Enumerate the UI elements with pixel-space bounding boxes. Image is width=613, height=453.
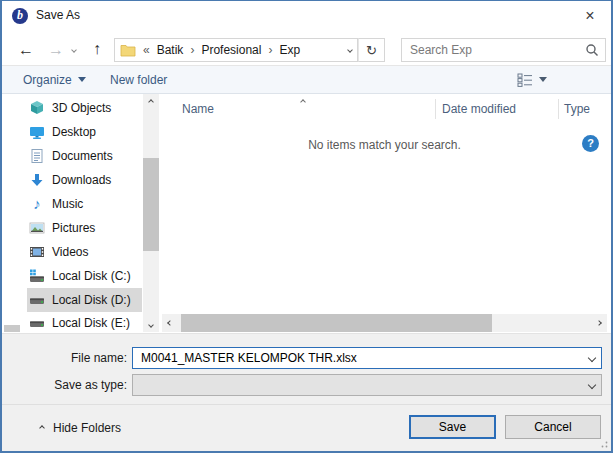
save-as-type-label: Save as type: [2, 374, 127, 396]
breadcrumb-overflow[interactable]: « [141, 43, 152, 57]
file-name-input[interactable] [139, 350, 589, 366]
column-header-type[interactable]: Type [564, 94, 590, 124]
close-button[interactable]: × [569, 1, 611, 30]
desktop-icon [29, 124, 45, 140]
hide-folders-button[interactable]: Hide Folders [40, 418, 121, 438]
dialog-title: Save As [36, 1, 80, 30]
back-button[interactable]: ← [14, 40, 38, 60]
file-name-label: File name: [2, 347, 127, 369]
address-dropdown-chevron-icon[interactable] [348, 48, 352, 52]
breadcrumb-separator: › [266, 43, 274, 57]
save-as-type-dropdown-icon[interactable] [589, 382, 595, 388]
sidebar-item-local-disk-e[interactable]: Local Disk (E:) [27, 311, 142, 335]
sidebar-item-videos[interactable]: Videos [27, 240, 142, 264]
organize-label: Organize [23, 73, 72, 87]
organize-button[interactable]: Organize [19, 66, 90, 93]
disk-icon [29, 292, 45, 308]
breadcrumb-item-profesional[interactable]: Profesional [201, 43, 261, 57]
details-view-icon [517, 73, 533, 87]
title-bar: b Save As × [2, 1, 611, 31]
disk-c-icon [29, 268, 45, 284]
sidebar-hscroll-thumb[interactable] [4, 325, 20, 332]
search-icon[interactable] [585, 43, 599, 57]
sidebar-scrollbar[interactable] [143, 94, 159, 332]
organize-dropdown-icon [78, 77, 86, 82]
hide-folders-label: Hide Folders [53, 421, 121, 435]
save-as-dialog: b Save As × ← → ↑ « Batik › Profesional … [0, 0, 613, 453]
scrollbar-thumb[interactable] [181, 314, 492, 332]
view-dropdown-icon [539, 77, 547, 82]
forward-button[interactable]: → [44, 40, 68, 60]
save-as-type-combo[interactable] [132, 374, 602, 396]
file-name-dropdown-icon[interactable] [589, 355, 595, 361]
sidebar-item-downloads[interactable]: Downloads [27, 168, 142, 192]
search-box [401, 38, 606, 62]
file-name-combo [132, 347, 602, 369]
cancel-button[interactable]: Cancel [505, 415, 601, 439]
sidebar-item-label: Downloads [52, 173, 111, 187]
download-arrow-icon [29, 172, 45, 188]
sidebar-item-label: 3D Objects [52, 101, 111, 115]
column-divider[interactable] [558, 99, 559, 119]
column-header-name[interactable]: Name [182, 94, 214, 124]
sidebar-item-label: Desktop [52, 125, 96, 139]
scroll-right-icon[interactable] [591, 314, 607, 332]
sidebar-item-desktop[interactable]: Desktop [27, 120, 142, 144]
new-folder-label: New folder [110, 73, 167, 87]
sidebar-item-pictures[interactable]: Pictures [27, 216, 142, 240]
search-input[interactable] [408, 42, 585, 58]
sidebar-item-label: Local Disk (D:) [52, 293, 131, 307]
sidebar-item-label: Local Disk (C:) [52, 269, 131, 283]
empty-list-message: No items match your search. [162, 138, 607, 152]
sidebar-item-label: Pictures [52, 221, 95, 235]
3d-cube-icon [29, 100, 45, 116]
sidebar-item-local-disk-c[interactable]: Local Disk (C:) [27, 264, 142, 288]
new-folder-button[interactable]: New folder [106, 66, 171, 93]
sidebar-item-music[interactable]: ♪ Music [27, 192, 142, 216]
document-icon [29, 148, 45, 164]
scroll-down-icon[interactable] [143, 317, 159, 332]
music-note-icon: ♪ [29, 196, 45, 212]
picture-icon [29, 220, 45, 236]
breadcrumb-separator: › [188, 43, 196, 57]
file-fields-panel: File name: Save as type: [2, 333, 611, 404]
command-bar: Organize New folder ? [2, 65, 611, 94]
sidebar-item-local-disk-d[interactable]: Local Disk (D:) [27, 288, 142, 312]
breadcrumb-item-batik[interactable]: Batik [157, 43, 184, 57]
resize-grip[interactable] [599, 439, 608, 448]
chevron-up-icon [39, 425, 45, 431]
sidebar-item-label: Videos [52, 245, 88, 259]
filelist-hscrollbar[interactable] [162, 314, 607, 332]
disk-icon [29, 315, 45, 331]
view-mode-button[interactable] [513, 66, 551, 93]
video-icon [29, 244, 45, 260]
sidebar-item-label: Documents [52, 149, 113, 163]
dialog-footer: Hide Folders Save Cancel [2, 404, 611, 451]
breadcrumb-item-exp[interactable]: Exp [279, 43, 300, 57]
sidebar-item-3d-objects[interactable]: 3D Objects [27, 96, 142, 120]
column-header-date-modified[interactable]: Date modified [442, 94, 516, 124]
sidebar-item-label: Music [52, 197, 83, 211]
scroll-up-icon[interactable] [143, 94, 159, 109]
sidebar-item-label: Local Disk (E:) [52, 316, 130, 330]
recent-locations-chevron-icon[interactable] [71, 47, 77, 53]
scrollbar-thumb[interactable] [143, 158, 159, 251]
scroll-left-icon[interactable] [162, 314, 178, 332]
folder-icon [120, 43, 136, 57]
column-divider[interactable] [435, 99, 436, 119]
refresh-button[interactable]: ↻ [358, 38, 385, 62]
address-bar[interactable]: « Batik › Profesional › Exp [114, 38, 358, 62]
up-button[interactable]: ↑ [86, 39, 108, 59]
save-button[interactable]: Save [409, 415, 496, 439]
app-logo-icon: b [12, 8, 28, 24]
sort-ascending-icon [300, 99, 306, 105]
sidebar-item-documents[interactable]: Documents [27, 144, 142, 168]
